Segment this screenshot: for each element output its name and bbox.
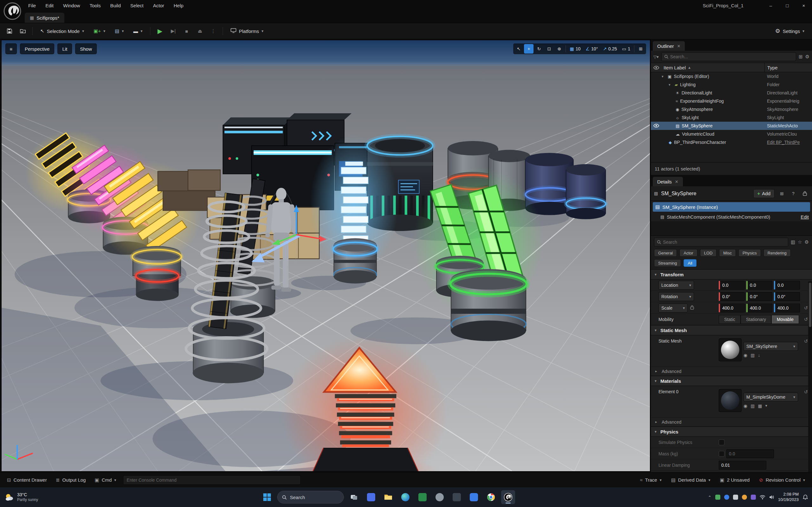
mobility-stationary[interactable]: Stationary bbox=[741, 315, 771, 324]
help-icon[interactable]: ? bbox=[789, 189, 798, 198]
menu-select[interactable]: Select bbox=[125, 0, 148, 11]
settings-dropdown[interactable]: ⚙ Settings ▾ bbox=[771, 25, 808, 37]
unsaved-button[interactable]: ▣ 2 Unsaved bbox=[716, 475, 753, 486]
static-mesh-advanced[interactable]: ▸Advanced bbox=[651, 367, 812, 376]
platforms-dropdown[interactable]: Platforms ▾ bbox=[227, 25, 267, 37]
world-space-toggle[interactable]: ⊕ bbox=[554, 44, 564, 54]
outliner-search-input[interactable] bbox=[670, 54, 793, 59]
details-scrollbar[interactable] bbox=[808, 281, 812, 472]
rotate-tool[interactable]: ↻ bbox=[534, 44, 544, 54]
hidden-icons-chevron[interactable]: ⌃ bbox=[708, 495, 711, 500]
menu-actor[interactable]: Actor bbox=[148, 0, 169, 11]
outliner-row-lighting[interactable]: ▾▰Lighting Folder bbox=[651, 80, 812, 89]
tray-app-icon[interactable] bbox=[715, 495, 720, 500]
chrome-icon[interactable] bbox=[484, 490, 498, 504]
taskbar-search[interactable]: Search bbox=[277, 491, 344, 504]
tab-outliner[interactable]: Outliner ✕ bbox=[653, 41, 685, 51]
scale-tool[interactable]: ⊡ bbox=[544, 44, 554, 54]
move-tool[interactable]: + bbox=[524, 44, 534, 54]
scale-snap-toggle[interactable]: ↗0.25 bbox=[601, 44, 619, 54]
close-icon[interactable]: ✕ bbox=[675, 179, 678, 184]
unreal-app-icon[interactable] bbox=[501, 490, 515, 504]
frame-skip-button[interactable]: ▶| bbox=[167, 25, 179, 37]
outliner-row-directionallight[interactable]: ☀DirectionalLight DirectionalLight bbox=[651, 89, 812, 97]
outliner-row-skysphere-selected[interactable]: ▤SM_SkySphere StaticMeshActo bbox=[651, 122, 812, 130]
start-button[interactable] bbox=[260, 490, 274, 504]
pick-asset-icon[interactable]: ↓ bbox=[758, 353, 760, 358]
scale-x-field[interactable]: 400.0 bbox=[719, 303, 745, 313]
menu-edit[interactable]: Edit bbox=[41, 0, 58, 11]
grid-snap-toggle[interactable]: ▦10 bbox=[567, 44, 583, 54]
menu-build[interactable]: Build bbox=[105, 0, 125, 11]
tab-scifiprops[interactable]: ▦ Scifiprops* bbox=[25, 13, 64, 23]
select-tool[interactable]: ↖ bbox=[514, 44, 523, 54]
outliner-row-bp-character[interactable]: ◆BP_ThirdPersonCharacter Edit BP_ThirdPe bbox=[651, 138, 812, 147]
simulate-physics-checkbox[interactable] bbox=[719, 440, 724, 445]
chip-physics[interactable]: Physics bbox=[739, 249, 761, 257]
component-row-instance-selected[interactable]: ▤ SM_SkySphere (Instance) bbox=[653, 202, 810, 212]
tray-app-icon[interactable] bbox=[742, 495, 747, 500]
outliner-row-skylight[interactable]: ☼SkyLight SkyLight bbox=[651, 113, 812, 122]
derived-data-dropdown[interactable]: ▤ Derived Data ▾ bbox=[667, 475, 714, 486]
checker-icon[interactable]: ▦ bbox=[758, 403, 762, 408]
section-physics[interactable]: ▼Physics bbox=[651, 427, 812, 437]
task-view-icon[interactable] bbox=[347, 490, 361, 504]
visibility-eye-icon[interactable] bbox=[653, 124, 659, 128]
scrollbar-thumb[interactable] bbox=[809, 283, 811, 327]
details-search-input[interactable] bbox=[663, 239, 785, 245]
menu-help[interactable]: Help bbox=[169, 0, 189, 11]
photos-app-icon[interactable] bbox=[450, 490, 464, 504]
eject-button[interactable]: ⏏ bbox=[194, 25, 206, 37]
add-actor-dropdown[interactable]: ▣+ ▾ bbox=[90, 25, 109, 37]
selection-mode-dropdown[interactable]: ↖ Selection Mode ▾ bbox=[37, 25, 88, 37]
filter-icon[interactable]: ▽▾ bbox=[653, 55, 659, 59]
details-settings-icon[interactable]: ⚙ bbox=[805, 239, 809, 245]
scale-lock-icon[interactable] bbox=[690, 305, 694, 311]
trace-dropdown[interactable]: ≈ Trace ▾ bbox=[636, 475, 665, 486]
location-x-field[interactable]: 0.0 bbox=[719, 281, 745, 290]
content-drawer-button[interactable]: ⊟ Content Drawer bbox=[3, 475, 51, 486]
chip-rendering[interactable]: Rendering bbox=[763, 249, 791, 257]
rotation-x-field[interactable]: 0.0° bbox=[719, 292, 745, 301]
browse-to-asset-icon[interactable]: ▥ bbox=[751, 353, 755, 358]
camera-mode-dropdown[interactable]: Perspective bbox=[20, 43, 54, 54]
rotation-snap-toggle[interactable]: ∠10° bbox=[583, 44, 600, 54]
materials-advanced[interactable]: ▸Advanced bbox=[651, 418, 812, 427]
close-button[interactable]: × bbox=[796, 0, 812, 11]
console-command-input[interactable] bbox=[126, 477, 297, 483]
chip-misc[interactable]: Misc bbox=[719, 249, 736, 257]
teams-icon[interactable] bbox=[364, 490, 378, 504]
browse-to-asset-icon[interactable]: ▥ bbox=[751, 403, 755, 408]
outliner-row-heightfog[interactable]: ≈ExponentialHeightFog ExponentialHeig bbox=[651, 97, 812, 105]
minimize-button[interactable]: – bbox=[763, 0, 779, 11]
viewport-3d[interactable]: ≡ Perspective Lit Show ↖ + ↻ ⊡ ⊕ ▦10 ∠10… bbox=[1, 40, 650, 471]
maximize-button[interactable]: □ bbox=[779, 0, 796, 11]
revision-control-dropdown[interactable]: ⊘ Revision Control ▾ bbox=[755, 475, 809, 486]
edit-component-link[interactable]: Edit bbox=[801, 214, 809, 220]
details-search[interactable] bbox=[654, 238, 788, 246]
play-button[interactable]: ▶ bbox=[154, 25, 165, 37]
chip-general[interactable]: General bbox=[654, 249, 677, 257]
use-selected-icon[interactable]: ◉ bbox=[744, 403, 747, 408]
outliner-search[interactable] bbox=[661, 52, 796, 61]
scale-dropdown[interactable]: Scale▾ bbox=[658, 303, 688, 313]
item-label-column[interactable]: Item Label▲ bbox=[662, 65, 764, 70]
rotation-z-field[interactable]: 0.0° bbox=[774, 292, 800, 301]
type-column[interactable]: Type bbox=[764, 63, 812, 72]
static-mesh-thumbnail[interactable] bbox=[719, 338, 742, 361]
chip-lod[interactable]: LOD bbox=[700, 249, 717, 257]
lock-icon[interactable] bbox=[801, 189, 809, 198]
content-browser-icon[interactable] bbox=[17, 25, 29, 37]
scale-y-field[interactable]: 400.0 bbox=[746, 303, 772, 313]
chip-all[interactable]: All bbox=[683, 259, 696, 267]
add-component-button[interactable]: + Add bbox=[753, 189, 774, 198]
mobility-static[interactable]: Static bbox=[719, 315, 741, 324]
edge-icon[interactable] bbox=[398, 490, 412, 504]
favorites-icon[interactable]: ☆ bbox=[798, 239, 802, 245]
show-flags-dropdown[interactable]: Show bbox=[75, 43, 97, 54]
mobility-movable[interactable]: Movable bbox=[771, 315, 799, 324]
output-log-button[interactable]: ≣ Output Log bbox=[52, 475, 90, 486]
location-dropdown[interactable]: Location▾ bbox=[658, 281, 694, 290]
outliner-row-volumetriccloud[interactable]: ☁VolumetricCloud VolumetricClou bbox=[651, 130, 812, 138]
file-explorer-icon[interactable] bbox=[381, 490, 395, 504]
